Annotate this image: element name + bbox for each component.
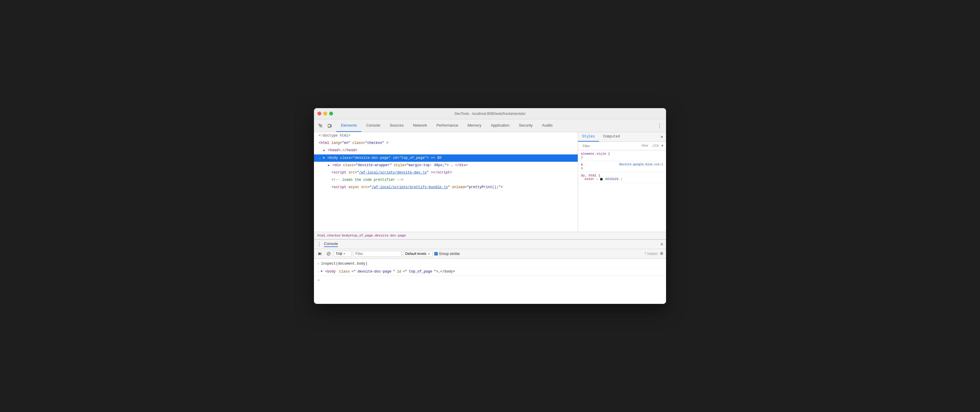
tab-network[interactable]: Network <box>409 119 432 132</box>
tab-elements[interactable]: Elements <box>336 119 361 132</box>
tab-performance[interactable]: Performance <box>432 119 463 132</box>
styles-tab-styles[interactable]: Styles <box>578 132 599 141</box>
traffic-lights <box>318 112 333 116</box>
styles-more-button[interactable]: » <box>658 132 666 141</box>
console-input[interactable] <box>321 278 662 282</box>
styles-cls-button[interactable]: .cls <box>650 144 660 148</box>
console-levels-dropdown[interactable]: Default levels ▼ <box>403 251 433 257</box>
dom-line-html[interactable]: <html lang="en" class="checkov" > <box>314 139 578 147</box>
console-settings-button[interactable] <box>660 252 664 257</box>
tab-application[interactable]: Application <box>486 119 514 132</box>
console-section: ⋮ Console × top ▼ <box>314 239 666 304</box>
console-filter-input[interactable] <box>353 251 401 257</box>
style-rule-body: dy, html { color : #212121 ; <box>578 172 666 183</box>
minimize-button[interactable] <box>323 112 327 116</box>
tab-security[interactable]: Security <box>514 119 537 132</box>
breadcrumb-item-body[interactable]: body#top_of_page.devsite-doc-page <box>342 234 406 237</box>
style-rule-body-selector: dy, html { <box>581 174 663 177</box>
devtools-window: DevTools - localhost:8080/web/fundamenta… <box>314 108 666 304</box>
console-block-button[interactable] <box>325 250 332 257</box>
dom-line-comment[interactable]: <!-- loads the code prettifier --> <box>314 176 578 184</box>
style-prop-color: color : #212121 ; <box>581 177 663 181</box>
style-rule-b-selector: b devsite-google-blue.css:1 <box>581 163 663 166</box>
main-panel: <!doctype html> <html lang="en" class="c… <box>314 132 666 232</box>
dom-line-script1[interactable]: <script src="/wf-local/scripts/devsite-d… <box>314 169 578 176</box>
dom-line-doctype[interactable]: <!doctype html> <box>314 132 578 139</box>
toolbar-right: ⋮ <box>655 122 664 130</box>
maximize-button[interactable] <box>329 112 333 116</box>
toolbar-icons <box>316 122 334 130</box>
tab-memory[interactable]: Memory <box>463 119 486 132</box>
style-rule-b-suffix: o <box>581 166 663 170</box>
window-title: DevTools - localhost:8080/web/fundamenta… <box>455 112 525 116</box>
console-content[interactable]: › inspect(document.body) ‹ ▶ <body class… <box>314 259 666 304</box>
group-similar-checkbox[interactable] <box>434 252 438 255</box>
console-input-line[interactable]: › <box>314 276 666 284</box>
console-line-output: ‹ ▶ <body class="devsite-doc-page" id="t… <box>314 268 666 276</box>
elements-panel[interactable]: <!doctype html> <html lang="en" class="c… <box>314 132 578 232</box>
console-close-button[interactable]: × <box>660 242 663 247</box>
console-group-similar-toggle[interactable]: Group similar <box>434 252 460 256</box>
console-menu-button[interactable]: ⋮ <box>317 241 321 247</box>
devtools-toolbar: Elements Console Sources Network Perform… <box>314 119 666 132</box>
styles-tab-computed[interactable]: Computed <box>599 132 624 141</box>
dom-line-script2[interactable]: <script async src="/wf-local/scripts/pre… <box>314 184 578 191</box>
more-options-button[interactable]: ⋮ <box>655 122 664 130</box>
dom-line-body[interactable]: … ▼ <body class="devsite-doc-page" id="t… <box>314 154 578 162</box>
close-button[interactable] <box>318 112 321 116</box>
breadcrumb-item-html[interactable]: html.checkov <box>318 234 340 237</box>
console-cursor: › <box>318 278 320 282</box>
style-rule-b: b devsite-google-blue.css:1 o <box>578 161 666 172</box>
styles-tabs: Styles Computed » <box>578 132 666 142</box>
svg-rect-2 <box>331 125 332 127</box>
dom-line-head[interactable]: ▶ <head>…</head> <box>314 147 578 154</box>
tab-console[interactable]: Console <box>361 119 385 132</box>
tab-audits[interactable]: Audits <box>537 119 557 132</box>
styles-hov-button[interactable]: :hov <box>640 144 649 148</box>
console-execute-button[interactable] <box>316 250 323 257</box>
titlebar: DevTools - localhost:8080/web/fundamenta… <box>314 108 666 119</box>
console-line-inspect: › inspect(document.body) <box>314 260 666 268</box>
color-swatch[interactable] <box>600 178 603 181</box>
dom-line-div[interactable]: ▶ <div class="devsite-wrapper" style="ma… <box>314 162 578 169</box>
inspect-element-button[interactable] <box>316 122 325 130</box>
svg-point-9 <box>661 253 662 254</box>
console-toolbar: top ▼ Default levels ▼ Group similar 7 h… <box>314 249 666 259</box>
console-header: ⋮ Console × <box>314 240 666 249</box>
style-rule-close: } <box>581 155 663 159</box>
styles-panel: Styles Computed » :hov .cls + element <box>578 132 666 232</box>
style-rule-element: element.style { } <box>578 151 666 161</box>
console-hidden-count: 7 hidden <box>644 252 658 256</box>
styles-filter-actions: :hov .cls + <box>640 144 664 148</box>
breadcrumb: html.checkov body#top_of_page.devsite-do… <box>314 232 666 239</box>
styles-filter-input[interactable] <box>581 143 637 149</box>
device-toolbar-button[interactable] <box>326 122 334 130</box>
main-tabs: Elements Console Sources Network Perform… <box>336 119 557 132</box>
console-context-selector[interactable]: top ▼ <box>334 251 352 257</box>
console-tab-title[interactable]: Console <box>324 241 338 247</box>
tab-sources[interactable]: Sources <box>385 119 409 132</box>
svg-line-8 <box>328 253 330 255</box>
styles-filter-row: :hov .cls + <box>578 142 666 151</box>
svg-line-0 <box>321 126 322 127</box>
style-rule-selector: element.style { <box>581 152 663 155</box>
styles-add-button[interactable]: + <box>661 144 664 148</box>
